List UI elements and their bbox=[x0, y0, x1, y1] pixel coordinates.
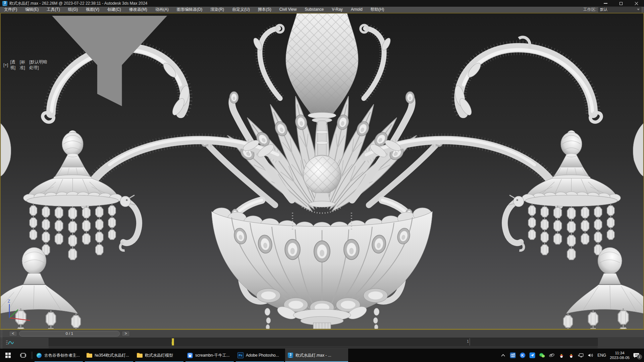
menu-scripting[interactable]: 脚本(S) bbox=[254, 7, 275, 12]
curve-editor-icon bbox=[5, 340, 14, 346]
volume-control[interactable] bbox=[588, 352, 594, 358]
menu-tools[interactable]: 工具(T) bbox=[43, 7, 64, 12]
workspace-value: 默认 bbox=[600, 7, 607, 12]
taskbar-app-label: Adobe Photosho... bbox=[246, 353, 279, 358]
start-button[interactable] bbox=[0, 349, 16, 362]
taskbar-app-photoshop[interactable]: Ps Adobe Photosho... bbox=[235, 349, 285, 362]
chevron-down-icon bbox=[637, 9, 640, 10]
speaker-icon bbox=[588, 353, 594, 358]
minimize-button[interactable] bbox=[598, 0, 613, 7]
title-bar: 3 MAX 欧式水晶灯.max - 262.26M @ 2023-07-22 2… bbox=[0, 0, 644, 7]
taskbar-app-3dsmax[interactable]: 3 MAX 欧式水晶灯.max - ... bbox=[285, 349, 348, 362]
app-icon-max: MAX bbox=[2, 5, 7, 6]
system-tray: K bbox=[500, 349, 644, 362]
perspective-viewport[interactable]: [+] [透视] [标准] [默认明暗处理] bbox=[0, 13, 644, 330]
toolbar-grip[interactable] bbox=[0, 330, 3, 337]
close-button[interactable] bbox=[629, 0, 644, 7]
taskbar-app-label: screambn-千牛工... bbox=[195, 353, 230, 358]
folder-icon bbox=[87, 353, 92, 358]
tray-satellite-app[interactable] bbox=[549, 352, 555, 358]
menu-file[interactable]: 文件(F) bbox=[0, 7, 21, 12]
menu-help[interactable]: 帮助(H) bbox=[367, 7, 388, 12]
menu-substance[interactable]: Substance bbox=[301, 7, 328, 12]
menu-arnold[interactable]: Arnold bbox=[347, 7, 367, 12]
taskbar-app-folder-2[interactable]: 欧式水晶灯模型 bbox=[134, 349, 184, 362]
trackbar-grip[interactable] bbox=[0, 337, 3, 349]
viewport-menu-pov[interactable]: [透视] bbox=[10, 59, 17, 71]
notification-center-button[interactable]: 2 bbox=[633, 352, 641, 358]
taskbar-app-edge[interactable]: 古色谷香创作者主... bbox=[34, 349, 84, 362]
next-frame-button[interactable]: > bbox=[122, 331, 130, 337]
tray-wechat[interactable] bbox=[539, 352, 545, 358]
wechat-icon bbox=[539, 352, 545, 358]
per-view-filter-icon[interactable] bbox=[52, 16, 167, 114]
menu-views[interactable]: 视图(V) bbox=[82, 7, 103, 12]
taskbar-app-folder-1[interactable]: №354欧式水晶灯... bbox=[84, 349, 134, 362]
menu-edit[interactable]: 编辑(E) bbox=[21, 7, 43, 12]
menu-rendering[interactable]: 渲染(R) bbox=[206, 7, 228, 12]
svg-text:K: K bbox=[521, 353, 524, 357]
timeline-track[interactable]: 0 1 bbox=[49, 338, 598, 346]
workspace-selector[interactable]: 默认 bbox=[598, 7, 641, 12]
taskbar-app-qianniu[interactable]: screambn-千牛工... bbox=[184, 349, 235, 362]
3ds-max-icon: 3 MAX bbox=[288, 353, 293, 358]
folder-icon bbox=[137, 353, 143, 358]
task-view-button[interactable] bbox=[16, 349, 30, 362]
menu-vray[interactable]: V-Ray bbox=[328, 7, 347, 12]
previous-frame-button[interactable]: < bbox=[9, 331, 17, 337]
menu-customize[interactable]: 自定义(U) bbox=[228, 7, 254, 12]
tray-time: 11:34 bbox=[610, 351, 630, 355]
photoshop-icon: Ps bbox=[237, 352, 244, 358]
close-icon bbox=[635, 2, 638, 5]
edge-browser-icon bbox=[36, 353, 42, 358]
restore-icon bbox=[620, 2, 623, 5]
z-axis-label: Z bbox=[8, 299, 10, 304]
tray-qq-2[interactable] bbox=[568, 352, 574, 358]
workspace-area: 工作区: 默认 bbox=[583, 7, 644, 12]
camera-app-icon bbox=[510, 352, 516, 358]
viewport-menu-standard[interactable]: [标准] bbox=[20, 59, 27, 71]
chevron-up-icon bbox=[501, 354, 505, 357]
tray-k-app[interactable]: K bbox=[520, 352, 526, 358]
minimize-icon bbox=[604, 3, 607, 4]
qianniu-icon bbox=[187, 353, 193, 358]
frame-indicator[interactable]: 0 / 1 bbox=[19, 331, 120, 337]
menu-create[interactable]: 创建(C) bbox=[103, 7, 125, 12]
tray-screenshot-app[interactable] bbox=[510, 352, 516, 358]
playhead-frame-number: 0 bbox=[171, 341, 173, 345]
track-bar-lower-strip bbox=[49, 346, 598, 348]
viewport-menu-general[interactable]: [+] bbox=[3, 63, 8, 67]
qq-penguin-icon bbox=[559, 352, 564, 358]
timeline-playhead[interactable]: 0 bbox=[172, 338, 174, 346]
network-icon bbox=[578, 353, 584, 358]
screen: 3 MAX 欧式水晶灯.max - 262.26M @ 2023-07-22 2… bbox=[0, 0, 644, 362]
menu-graph-editors[interactable]: 图形编辑器(D) bbox=[173, 7, 207, 12]
taskbar-app-label: 欧式水晶灯.max - ... bbox=[296, 353, 331, 358]
track-bar-row: 0 1 bbox=[0, 337, 644, 349]
mini-curve-editor-button[interactable] bbox=[4, 339, 15, 347]
paper-plane-app-icon bbox=[529, 352, 535, 358]
menu-civil-view[interactable]: Civil View bbox=[275, 7, 301, 12]
restore-button[interactable] bbox=[613, 0, 629, 7]
network-status[interactable] bbox=[578, 352, 584, 358]
satellite-icon bbox=[549, 352, 555, 358]
tray-expand-button[interactable] bbox=[500, 352, 506, 358]
tray-qq-1[interactable] bbox=[558, 352, 565, 358]
workspace-label: 工作区: bbox=[583, 7, 596, 12]
qq-penguin-icon bbox=[569, 352, 574, 358]
notification-count-badge: 2 bbox=[637, 354, 642, 359]
end-tick-number: 1 bbox=[467, 340, 469, 343]
taskbar-clock[interactable]: 11:34 2023-08-05 bbox=[610, 351, 630, 360]
taskbar-separator bbox=[30, 349, 34, 362]
taskbar-app-label: 欧式水晶灯模型 bbox=[145, 353, 173, 358]
viewport-label: [+] [透视] [标准] [默认明暗处理] bbox=[3, 16, 167, 114]
tray-arrow-app[interactable] bbox=[529, 352, 535, 358]
menu-group[interactable]: 组(G) bbox=[64, 7, 82, 12]
menu-modifiers[interactable]: 修改器(M) bbox=[125, 7, 151, 12]
window-title: 欧式水晶灯.max - 262.26M @ 2023-07-22 22:38:1… bbox=[9, 1, 148, 6]
menu-animation[interactable]: 动画(A) bbox=[151, 7, 173, 12]
menu-bar: 文件(F) 编辑(E) 工具(T) 组(G) 视图(V) 创建(C) 修改器(M… bbox=[0, 7, 644, 13]
3ds-max-app-icon: 3 MAX bbox=[2, 1, 7, 6]
language-indicator[interactable]: ENG bbox=[597, 353, 606, 358]
viewport-menu-shading[interactable]: [默认明暗处理] bbox=[29, 59, 49, 71]
